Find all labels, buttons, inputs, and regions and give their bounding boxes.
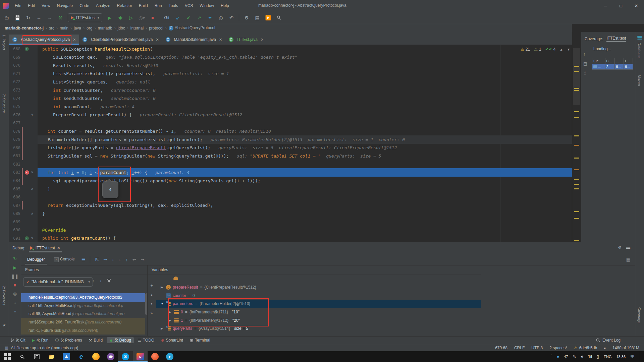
gutter[interactable]: 690 — [9, 226, 38, 234]
taskbar-task-view-button[interactable] — [30, 351, 44, 362]
variable-row-parameters[interactable]: ▼parameters = {ParameterHolder[2]@1513} — [156, 300, 481, 308]
stripe-mark[interactable] — [574, 179, 579, 180]
tool-button-git[interactable]: 9: Git — [8, 337, 28, 343]
menu-item-build[interactable]: Build — [136, 2, 151, 9]
project-structure-icon[interactable]: ▤ — [254, 14, 261, 21]
stripe-mark[interactable] — [574, 188, 579, 189]
gutter[interactable]: 670 — [9, 61, 38, 70]
stripe-mark[interactable] — [574, 88, 579, 89]
hide-panel-icon[interactable]: ▬ — [626, 245, 630, 250]
editor-tab-ITTEst.java[interactable]: CITTEst.java✕ — [225, 35, 267, 45]
clock[interactable]: 18:36 — [616, 355, 626, 359]
close-icon[interactable]: ✕ — [219, 38, 222, 42]
scrollbar-thumb[interactable] — [573, 48, 580, 105]
taskbar-app-browser[interactable] — [148, 351, 162, 362]
lock-icon[interactable]: 🔒︎ — [604, 346, 606, 350]
gutter[interactable]: 684 — [9, 177, 38, 185]
gutter[interactable]: 691↑˅ — [9, 234, 38, 243]
git-branch[interactable]: 6de6b5db — [579, 346, 597, 350]
menu-item-run[interactable]: Run — [152, 2, 165, 9]
fold-marker-icon[interactable]: ˅ — [31, 113, 33, 117]
expand-icon[interactable]: ▶ — [161, 327, 164, 330]
tab-console[interactable]: ›Console — [52, 255, 77, 263]
battery-icon[interactable]: ▯ — [597, 354, 599, 359]
breakpoint-icon[interactable]: ✔ — [24, 170, 29, 175]
menu-item-code[interactable]: Code — [77, 2, 92, 9]
rollback-icon[interactable]: ↶ — [228, 14, 235, 21]
variable-row-0[interactable]: ▶0 = {IntParameter@1711}"10" — [156, 308, 481, 316]
gutter[interactable]: 676˅ — [9, 111, 38, 119]
editor-tab-AbstractQueryProtocol.java[interactable]: CAbstractQueryProtocol.java✕ — [9, 35, 79, 45]
network-icon[interactable]: 📶︎ — [588, 354, 592, 359]
run-anything-icon[interactable]: ▶️ — [265, 14, 271, 21]
scroll-up-icon[interactable]: ▲ — [150, 293, 153, 297]
view-breakpoints-icon[interactable]: ◎ — [13, 291, 17, 296]
volume-icon[interactable]: 🔊︎ — [581, 354, 583, 359]
restore-layout-icon[interactable]: ▦ — [626, 257, 630, 262]
debug-button[interactable] — [117, 14, 124, 21]
git-cherry-pick-icon[interactable]: ✦ — [207, 14, 213, 21]
breadcrumb-item[interactable]: internal — [129, 25, 145, 31]
next-frame-icon[interactable]: ↓ — [100, 279, 102, 283]
menu-item-tools[interactable]: Tools — [166, 2, 181, 9]
pen-icon[interactable]: ✎ — [573, 354, 576, 359]
coverage-row[interactable]: ...2...9...9... — [592, 64, 633, 70]
gutter[interactable]: 688˄ — [9, 209, 38, 218]
indent-style[interactable]: 2 spaces* — [549, 346, 567, 350]
expand-icon[interactable]: ▶ — [169, 319, 172, 322]
more-icon[interactable]: » — [151, 311, 153, 315]
stripe-mark[interactable] — [574, 117, 579, 118]
profiler-icon[interactable]: ◷▾ — [139, 14, 145, 21]
language-indicator[interactable]: ENG — [604, 355, 612, 359]
caret-position[interactable]: 679:68 — [495, 346, 507, 350]
stripe-mark[interactable] — [574, 145, 579, 146]
pause-icon[interactable]: ❚❚ — [11, 274, 19, 279]
close-icon[interactable]: ✕ — [73, 38, 76, 42]
forward-icon[interactable]: → — [46, 14, 53, 21]
stack-frame-row[interactable]: call:68, AsyncMultiRead (org.mariadb.jdb… — [21, 310, 145, 318]
collapse-icon[interactable]: ▼ — [161, 302, 164, 305]
gutter[interactable]: 669 — [9, 53, 38, 62]
stripe-mark[interactable] — [574, 240, 579, 241]
gutter[interactable]: 687 — [9, 201, 38, 209]
mute-breakpoints-icon[interactable]: ◌ — [14, 300, 16, 305]
gutter[interactable]: 689 — [9, 218, 38, 226]
add-watch-icon[interactable]: + — [150, 283, 153, 288]
tool-button-build[interactable]: ⚒Build — [86, 337, 106, 343]
stack-frame-row[interactable]: run$$$capture:266, FutureTask (java.util… — [21, 318, 145, 326]
tool-button-problems[interactable]: ⓘ6: Problems — [53, 337, 85, 344]
history-icon[interactable]: ◴ — [217, 14, 224, 21]
show-desktop-button[interactable] — [639, 351, 641, 362]
taskbar-start-button[interactable] — [0, 351, 15, 362]
git-update-icon[interactable]: ↙ — [174, 14, 181, 21]
prev-frame-icon[interactable]: ↑ — [92, 279, 94, 283]
step-into-icon[interactable]: ↓ — [112, 257, 114, 262]
show-execution-point-icon[interactable]: ⇱ — [95, 257, 99, 262]
filter-frames-icon[interactable] — [107, 279, 111, 283]
breadcrumb-item[interactable]: protocol — [148, 25, 165, 31]
stripe-mark[interactable] — [574, 184, 579, 185]
fold-marker-icon[interactable]: ˄ — [31, 187, 33, 191]
fold-marker-icon[interactable]: ˅ — [31, 171, 33, 174]
tool-button-todo[interactable]: ☰TODO — [135, 337, 157, 343]
taskbar-app-skype[interactable]: S — [118, 351, 133, 362]
menu-item-navigate[interactable]: Navigate — [54, 2, 75, 9]
gutter[interactable]: 683✔˅ — [9, 168, 38, 177]
stripe-mark[interactable] — [574, 211, 579, 212]
error-stripe[interactable] — [572, 32, 581, 242]
taskbar-app-edge[interactable]: e — [74, 351, 89, 362]
taskbar-app-photos[interactable]: ⛰ — [59, 351, 74, 362]
stop-icon[interactable]: ■ — [14, 283, 16, 288]
star-icon[interactable]: ★ — [2, 323, 6, 327]
expand-icon[interactable]: ▶ — [169, 310, 172, 314]
stripe-mark[interactable] — [574, 71, 579, 72]
run-configuration-select[interactable]: ITTEst.test ▾ — [68, 13, 102, 22]
stripe-mark[interactable] — [574, 169, 579, 170]
fold-marker-icon[interactable]: ˅ — [31, 236, 33, 240]
gutter[interactable]: 685˄ — [9, 185, 38, 193]
breadcrumb-item[interactable]: CAbstractQueryProtocol — [167, 25, 217, 31]
taskbar-search-button[interactable] — [15, 351, 30, 362]
scroll-down-icon[interactable]: ▼ — [150, 302, 153, 305]
step-out-icon[interactable]: ↑ — [125, 257, 128, 262]
stack-frame-row[interactable]: run:-1, FutureTask (java.util.concurrent… — [21, 326, 145, 335]
